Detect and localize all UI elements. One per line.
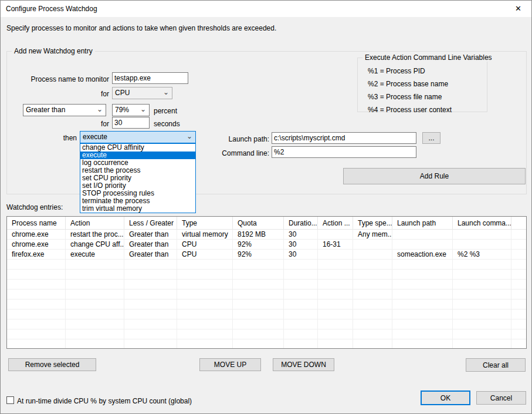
table-cell xyxy=(7,319,66,329)
table-cell xyxy=(318,339,353,349)
table-cell xyxy=(318,270,353,280)
table-cell xyxy=(318,290,353,299)
variables-list: %1 = Process PID%2 = Process base name%3… xyxy=(358,58,487,116)
launch-path-input[interactable] xyxy=(272,132,416,144)
table-header-cell[interactable]: Launch path xyxy=(392,217,453,230)
table-cell xyxy=(7,309,66,319)
table-cell xyxy=(233,290,284,299)
table-row-empty xyxy=(7,290,526,299)
table-row[interactable]: firefox.exeexecuteGreater thanCPU92%30so… xyxy=(7,250,526,260)
table-header-cell[interactable]: Launch comma... xyxy=(453,217,511,230)
table-cell xyxy=(453,230,511,240)
table-cell xyxy=(124,309,177,319)
table-cell: chrome.exe xyxy=(7,230,66,240)
close-icon[interactable]: ✕ xyxy=(505,1,531,17)
table-cell xyxy=(284,319,318,329)
duration-input[interactable] xyxy=(112,117,150,129)
table-header-cell[interactable]: Action xyxy=(66,217,124,230)
table-cell-filler xyxy=(511,230,526,240)
table-cell xyxy=(318,299,353,309)
command-line-input[interactable] xyxy=(272,146,416,158)
table-row-empty xyxy=(7,309,526,319)
table-cell-filler xyxy=(511,240,526,250)
table-row[interactable]: chrome.exerestart the proc...Greater tha… xyxy=(7,230,526,240)
comparison-combobox[interactable]: Greater than ⌄ xyxy=(23,104,106,116)
table-cell xyxy=(177,290,233,299)
table-cell xyxy=(177,270,233,280)
watchdog-entries-table[interactable]: Process nameActionLess / GreaterTypeQuot… xyxy=(6,216,527,349)
cancel-button[interactable]: Cancel xyxy=(476,391,526,405)
dropdown-option[interactable]: log occurrence xyxy=(80,159,195,167)
launch-path-label: Launch path: xyxy=(177,135,269,143)
metric-combobox-value: CPU xyxy=(115,89,130,97)
table-cell xyxy=(7,280,66,290)
table-cell-filler xyxy=(511,339,526,349)
table-cell xyxy=(353,329,392,339)
table-cell xyxy=(233,260,284,270)
table-cell xyxy=(353,339,392,349)
table-header-cell[interactable]: Quota xyxy=(233,217,284,230)
table-cell xyxy=(7,290,66,299)
table-cell xyxy=(392,240,453,250)
process-name-label: Process name to monitor xyxy=(1,75,109,83)
table-cell xyxy=(392,270,453,280)
table-cell xyxy=(177,260,233,270)
table-cell xyxy=(124,280,177,290)
table-body: chrome.exerestart the proc...Greater tha… xyxy=(7,230,526,349)
table-cell xyxy=(392,299,453,309)
dropdown-option[interactable]: execute xyxy=(80,152,195,159)
table-cell xyxy=(318,260,353,270)
dropdown-option[interactable]: set I/O priority xyxy=(80,182,195,190)
threshold-combobox[interactable]: 79% ⌄ xyxy=(112,104,150,116)
dropdown-option[interactable]: change CPU affinity xyxy=(80,144,195,152)
ok-button[interactable]: OK xyxy=(421,391,470,405)
variable-item: %4 = Process user context xyxy=(368,103,487,116)
remove-selected-button[interactable]: Remove selected xyxy=(8,358,96,371)
table-cell xyxy=(66,260,124,270)
table-header-cell[interactable]: Action ... xyxy=(318,217,353,230)
table-row-empty xyxy=(7,270,526,280)
table-cell xyxy=(7,329,66,339)
table-cell xyxy=(318,230,353,240)
move-up-button[interactable]: MOVE UP xyxy=(199,358,261,371)
browse-button[interactable]: ... xyxy=(422,132,440,144)
dropdown-option[interactable]: set CPU priority xyxy=(80,174,195,182)
table-cell xyxy=(392,339,453,349)
table-cell xyxy=(233,280,284,290)
add-rule-button[interactable]: Add Rule xyxy=(343,168,526,184)
dropdown-option[interactable]: terminate the process xyxy=(80,197,195,205)
dropdown-option[interactable]: STOP processing rules xyxy=(80,190,195,197)
table-cell xyxy=(284,299,318,309)
dropdown-option[interactable]: restart the process xyxy=(80,167,195,174)
clear-all-button[interactable]: Clear all xyxy=(466,358,526,372)
table-row-empty xyxy=(7,319,526,329)
move-down-button[interactable]: MOVE DOWN xyxy=(273,358,334,371)
table-header-cell[interactable]: Type xyxy=(177,217,233,230)
table-header-cell[interactable]: Process name xyxy=(7,217,66,230)
table-header-cell[interactable]: Duratio... xyxy=(284,217,318,230)
table-cell-filler xyxy=(511,319,526,329)
action-combobox-value: execute xyxy=(83,133,107,141)
table-cell xyxy=(284,329,318,339)
dropdown-option[interactable]: trim virtual memory xyxy=(80,205,195,213)
table-cell xyxy=(66,280,124,290)
table-cell: firefox.exe xyxy=(7,250,66,260)
table-cell: 30 xyxy=(284,250,318,260)
table-cell xyxy=(177,339,233,349)
table-cell: restart the proc... xyxy=(66,230,124,240)
table-cell: Greater than xyxy=(124,230,177,240)
table-cell xyxy=(318,250,353,260)
table-cell xyxy=(284,260,318,270)
table-cell xyxy=(233,319,284,329)
table-cell xyxy=(453,329,511,339)
divide-cpu-checkbox[interactable] xyxy=(6,396,14,404)
table-cell-filler xyxy=(511,309,526,319)
table-cell xyxy=(66,270,124,280)
table-cell: someaction.exe xyxy=(392,250,453,260)
table-header-cell[interactable]: Type spe... xyxy=(353,217,392,230)
process-name-input[interactable] xyxy=(112,72,188,84)
table-cell-filler xyxy=(511,280,526,290)
metric-combobox[interactable]: CPU ⌄ xyxy=(112,87,172,99)
table-row[interactable]: chrome.exechange CPU aff...Greater thanC… xyxy=(7,240,526,250)
table-header-cell[interactable]: Less / Greater xyxy=(124,217,177,230)
